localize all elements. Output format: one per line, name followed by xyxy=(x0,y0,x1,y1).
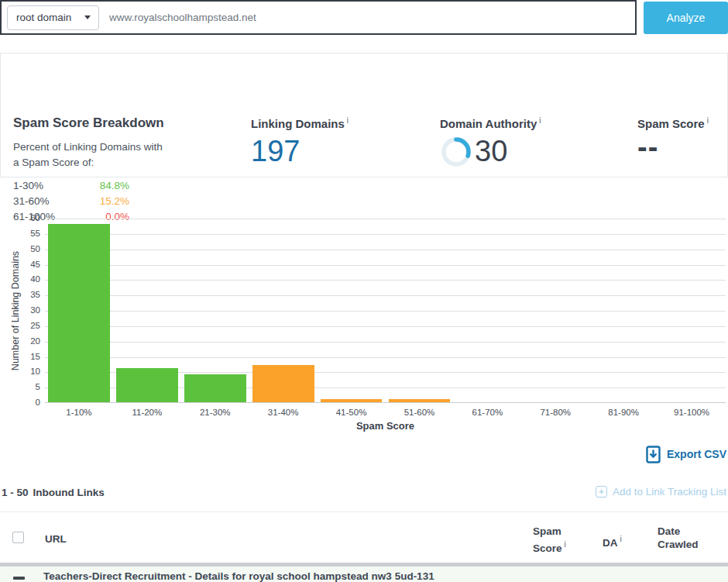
column-header-url[interactable]: URL xyxy=(45,532,67,546)
y-tick-label: 35 xyxy=(0,290,40,299)
spam-score-chart: Number of Linking Domains 1-10%11-20%21-… xyxy=(0,209,728,436)
info-icon[interactable]: i xyxy=(539,116,541,125)
spam-score-label-text: Spam Score xyxy=(637,117,705,130)
da-column-text: DA xyxy=(603,537,618,549)
x-tick-label: 51-60% xyxy=(386,408,454,417)
domain-authority-label: Domain Authorityi xyxy=(440,116,541,130)
chart-bar-21-30% xyxy=(184,374,246,402)
y-tick-label: 55 xyxy=(0,229,40,238)
analyze-button[interactable]: Analyze xyxy=(644,2,728,34)
inbound-links-table-header: URL Spam Scorei DAi Date Crawled xyxy=(0,511,728,563)
y-tick-label: 20 xyxy=(0,336,40,346)
breakdown-label: 31-60% xyxy=(13,194,50,209)
chart-x-ticks: 1-10%11-20%21-30%31-40%41-50%51-60%61-70… xyxy=(45,408,726,418)
y-tick-label: 50 xyxy=(0,244,40,253)
add-to-list-label: Add to Link Tracking List xyxy=(613,486,726,498)
x-tick-label: 31-40% xyxy=(249,408,318,417)
y-tick-label: 0 xyxy=(0,398,40,407)
x-tick-label: 11-20% xyxy=(113,408,181,417)
column-header-da[interactable]: DAi xyxy=(603,532,622,549)
linking-domains-label: Linking Domainsi xyxy=(251,116,349,130)
inbound-link-title[interactable]: Teachers-Direct Recruitment - Details fo… xyxy=(43,570,434,582)
x-tick-label: 21-30% xyxy=(181,408,249,417)
export-csv-label: Export CSV xyxy=(667,448,726,460)
spam-score-column-text: Spam Score xyxy=(533,525,562,554)
x-tick-label: 91-100% xyxy=(658,408,726,417)
info-icon[interactable]: i xyxy=(620,535,622,543)
linking-domains-value: 197 xyxy=(251,135,300,168)
spam-breakdown-title: Spam Score Breakdown xyxy=(13,115,164,131)
gridline xyxy=(45,326,726,327)
gridline xyxy=(45,357,726,358)
export-csv-button[interactable]: Export CSV xyxy=(0,444,726,464)
scope-dropdown-value: root domain xyxy=(16,12,71,23)
gridline xyxy=(45,250,726,250)
gridline xyxy=(45,342,726,343)
y-tick-label: 40 xyxy=(0,274,40,284)
gridline xyxy=(45,265,726,266)
x-tick-label: 1-10% xyxy=(45,408,113,417)
y-tick-label: 5 xyxy=(0,382,40,391)
inbound-links-title: Inbound Links xyxy=(33,487,105,498)
breakdown-value: 84.8% xyxy=(100,178,129,194)
domain-authority-group: 30 xyxy=(440,135,507,168)
column-header-date-crawled[interactable]: Date Crawled xyxy=(658,525,712,551)
inbound-links-heading: 1 - 50 Inbound Links xyxy=(2,487,105,498)
subtitle-line-2: a Spam Score of: xyxy=(13,155,163,170)
gridline xyxy=(45,280,726,281)
chart-bar-41-50% xyxy=(321,399,383,402)
gridline xyxy=(45,295,726,296)
domain-authority-value: 30 xyxy=(475,135,507,168)
linking-domains-label-text: Linking Domains xyxy=(251,117,345,130)
table-row[interactable]: Teachers-Direct Recruitment - Details fo… xyxy=(0,567,728,582)
breakdown-row-medium: 31-60% 15.2% xyxy=(13,194,129,209)
y-tick-label: 60 xyxy=(0,213,40,222)
info-icon[interactable]: i xyxy=(347,116,349,125)
chart-plot-area xyxy=(45,219,726,403)
select-all-checkbox[interactable] xyxy=(12,532,24,543)
search-bar: root domain xyxy=(0,0,637,35)
plus-icon: + xyxy=(596,486,607,498)
chart-bar-31-40% xyxy=(252,365,314,402)
y-tick-label: 45 xyxy=(0,260,40,269)
chart-x-axis-title: Spam Score xyxy=(45,420,726,432)
gridline xyxy=(45,311,726,312)
result-range: 1 - 50 xyxy=(2,487,29,498)
x-tick-label: 61-70% xyxy=(453,408,521,417)
domain-authority-label-text: Domain Authority xyxy=(440,117,537,130)
chart-bar-51-60% xyxy=(389,399,451,402)
subtitle-line-1: Percent of Linking Domains with xyxy=(13,139,163,155)
y-tick-label: 10 xyxy=(0,367,40,376)
gridline xyxy=(45,234,726,235)
info-icon[interactable]: i xyxy=(565,540,566,549)
breakdown-label: 1-30% xyxy=(13,178,43,194)
gridline xyxy=(45,219,726,219)
scope-dropdown[interactable]: root domain xyxy=(7,5,99,30)
spam-score-value: -- xyxy=(637,131,658,164)
y-tick-label: 25 xyxy=(0,321,40,330)
download-file-icon xyxy=(646,446,661,463)
domain-authority-gauge-icon xyxy=(440,136,472,168)
y-tick-label: 30 xyxy=(0,305,40,315)
row-checkbox[interactable] xyxy=(13,577,25,580)
chart-bar-1-10% xyxy=(48,224,110,402)
x-tick-label: 71-80% xyxy=(521,408,589,417)
chevron-down-icon xyxy=(84,15,91,19)
breakdown-value: 15.2% xyxy=(100,194,129,209)
search-input[interactable] xyxy=(109,2,635,33)
info-icon[interactable]: i xyxy=(707,116,709,125)
add-to-link-tracking-list-button[interactable]: + Add to Link Tracking List xyxy=(596,486,726,498)
breakdown-row-low: 1-30% 84.8% xyxy=(13,178,129,194)
x-tick-label: 81-90% xyxy=(589,408,658,417)
chart-bar-11-20% xyxy=(116,368,178,402)
spam-breakdown-subtitle: Percent of Linking Domains with a Spam S… xyxy=(13,139,163,170)
x-tick-label: 41-50% xyxy=(318,408,386,417)
y-tick-label: 15 xyxy=(0,352,40,361)
spam-score-label: Spam Scorei xyxy=(637,116,709,130)
column-header-spam-score[interactable]: Spam Scorei xyxy=(533,525,581,555)
metrics-card: Spam Score Breakdown Percent of Linking … xyxy=(0,53,728,177)
